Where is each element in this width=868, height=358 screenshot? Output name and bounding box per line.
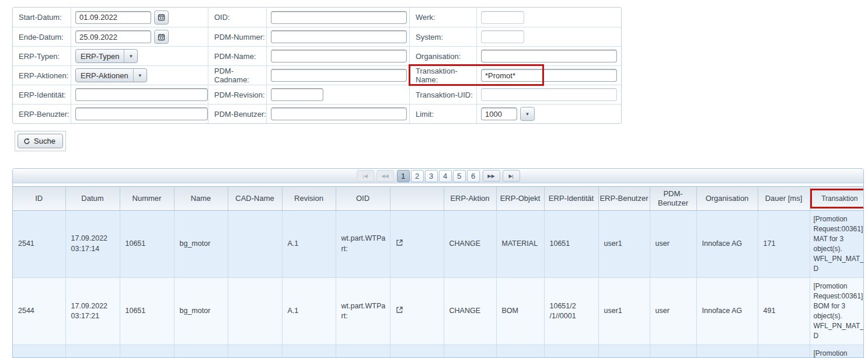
next-page-button[interactable]: ▶▶ (483, 170, 500, 182)
column-header-erp-identit-t[interactable]: ERP-Identität (544, 187, 598, 211)
column-header-label: ID (35, 194, 43, 203)
erp-aktionen-field: ERP-Aktionen ▼ (71, 65, 208, 85)
column-header-id[interactable]: ID (13, 187, 65, 211)
last-page-button[interactable]: ▶| (503, 170, 520, 182)
column-header-name[interactable]: Name (174, 187, 228, 211)
table-row[interactable]: 254417.09.2022 03:17:2110651bg_motorA.1w… (13, 278, 864, 345)
table-cell: wt.part.WTPart: (336, 345, 390, 358)
field-label-system: System: (409, 27, 476, 46)
page-button-4[interactable]: 4 (439, 170, 452, 182)
table-cell (390, 211, 444, 278)
transaktion-uid-field (476, 85, 621, 104)
transaktion-name-field (476, 65, 621, 85)
limit-combobox-input[interactable] (481, 107, 517, 120)
column-header-label: Organisation (706, 194, 749, 203)
table-cell: A.1 (282, 345, 336, 358)
table-cell: 10651 (544, 211, 598, 278)
limit-field: ▼ (476, 104, 621, 123)
table-cell: 2544 (13, 278, 65, 345)
chevron-down-icon: ▼ (133, 69, 147, 82)
column-header-label: Datum (81, 194, 103, 203)
open-link-icon[interactable] (396, 306, 403, 314)
start-datum-input[interactable] (75, 11, 151, 24)
table-cell: 2581 (13, 345, 65, 358)
table-cell: Innoface AG (696, 278, 758, 345)
field-label-erp-aktionen: ERP-Aktionen: (13, 65, 71, 85)
field-label-pdm-benutzer: PDM-Benutzer: (208, 104, 266, 123)
column-header-cad-name[interactable]: CAD-Name (228, 187, 282, 211)
table-cell: 491 (758, 278, 810, 345)
column-header-erp-objekt[interactable]: ERP-Objekt (496, 187, 544, 211)
field-label-erp-identitaet: ERP-Identität: (13, 85, 71, 104)
limit-combobox-arrow-button[interactable]: ▼ (520, 107, 535, 121)
werk-input[interactable] (481, 11, 524, 24)
column-header-organisation[interactable]: Organisation (696, 187, 758, 211)
column-header-transaktion[interactable]: Transaktion (810, 187, 864, 211)
pdm-revision-input[interactable] (271, 88, 323, 101)
table-cell: user1 (598, 211, 650, 278)
system-field (476, 27, 621, 46)
app-window: Start-Datum: OID: Werk: Ende-Datum: PDM-… (0, 0, 868, 358)
erp-identitaet-input[interactable] (75, 88, 208, 101)
system-input[interactable] (481, 30, 524, 43)
table-cell: 2541 (13, 211, 65, 278)
oid-input[interactable] (271, 11, 407, 24)
erp-benutzer-input[interactable] (75, 107, 208, 120)
transaktion-name-input[interactable] (481, 69, 617, 82)
suche-button[interactable]: Suche (18, 134, 63, 148)
field-label-organisation: Organisation: (409, 46, 476, 65)
column-header-label: ERP-Benutzer (599, 194, 648, 203)
field-label-oid: OID: (208, 8, 266, 27)
open-link-icon[interactable] (396, 239, 403, 246)
table-row[interactable]: 254117.09.2022 03:17:1410651bg_motorA.1w… (13, 211, 864, 278)
page-button-1[interactable]: 1 (397, 170, 410, 182)
column-header-pdm-benutzer[interactable]: PDM-Benutzer (650, 187, 696, 211)
field-label-limit: Limit: (409, 104, 476, 123)
paginator-toolbar: |◀ ◀◀ 123456 ▶▶ ▶| (13, 169, 863, 183)
column-header-datum[interactable]: Datum (65, 187, 120, 211)
column-header-blank[interactable] (390, 187, 444, 211)
pdm-nummer-input[interactable] (271, 30, 407, 43)
page-button-6[interactable]: 6 (467, 170, 480, 182)
pdm-cadname-field (266, 65, 409, 85)
transaktion-uid-input[interactable] (481, 88, 617, 101)
search-button-panel: Suche (15, 131, 66, 151)
table-cell: [Promotion Request:00361]: MAT for 3 obj… (810, 211, 864, 278)
table-cell: A.1 (282, 278, 336, 345)
table-cell: 10651 (120, 211, 174, 278)
erp-typen-dropdown[interactable]: ERP-Typen ▼ (75, 49, 138, 63)
first-page-button[interactable]: |◀ (357, 170, 374, 182)
field-label-erp-typen: ERP-Typen: (13, 46, 71, 65)
column-header-oid[interactable]: OID (336, 187, 390, 211)
column-header-revision[interactable]: Revision (282, 187, 336, 211)
calendar-button[interactable] (154, 11, 169, 25)
column-header-label: ERP-Objekt (500, 194, 541, 203)
page-button-5[interactable]: 5 (453, 170, 466, 182)
column-header-dauer-ms-[interactable]: Dauer [ms] (758, 187, 810, 211)
table-cell: 10651/2 /1//0001 (544, 278, 598, 345)
organisation-input[interactable] (481, 50, 617, 62)
table-cell: CHANGE (444, 211, 496, 278)
table-cell: CHANGE (444, 345, 496, 358)
pdm-cadname-input[interactable] (271, 69, 407, 82)
pdm-revision-field (266, 85, 409, 104)
suche-button-label: Suche (34, 137, 55, 145)
field-label-transaktion-uid: Transaktion-UID: (409, 85, 476, 104)
page-button-3[interactable]: 3 (425, 170, 438, 182)
table-cell: [Promotion Request:00381]: MAT for 3 obj… (810, 345, 864, 358)
field-label-start-datum: Start-Datum: (13, 8, 71, 27)
erp-benutzer-field (71, 104, 208, 123)
calendar-button[interactable] (154, 30, 169, 44)
table-cell: Innoface AG (696, 345, 758, 358)
page-button-2[interactable]: 2 (411, 170, 424, 182)
pdm-name-input[interactable] (271, 50, 407, 62)
ende-datum-input[interactable] (75, 30, 151, 43)
pdm-benutzer-input[interactable] (271, 107, 407, 120)
table-row[interactable]: 258117.09.2022 03:26:0910661bg_motorA.1w… (13, 345, 864, 358)
column-header-erp-benutzer[interactable]: ERP-Benutzer (598, 187, 650, 211)
erp-aktionen-dropdown[interactable]: ERP-Aktionen ▼ (75, 68, 147, 82)
chevron-down-icon: ▼ (525, 112, 530, 117)
column-header-nummer[interactable]: Nummer (120, 187, 174, 211)
column-header-erp-aktion[interactable]: ERP-Aktion (444, 187, 496, 211)
prev-page-button[interactable]: ◀◀ (377, 170, 394, 182)
